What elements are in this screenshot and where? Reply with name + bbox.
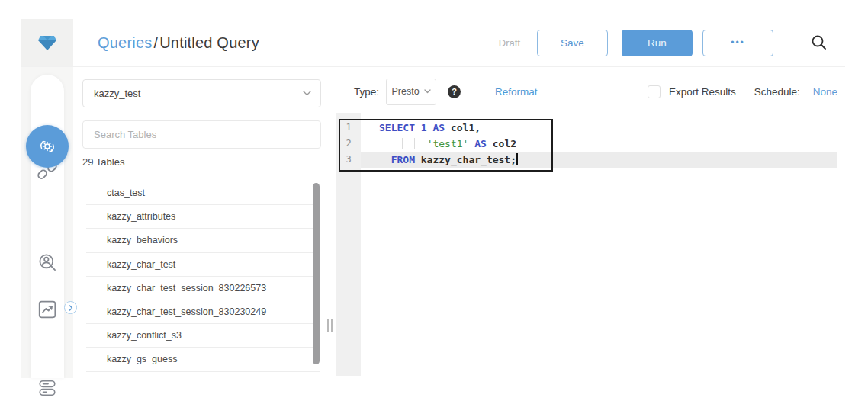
search-tables-input[interactable] [82, 120, 321, 149]
sidebar [21, 67, 73, 378]
table-list: ctas_testkazzy_attributeskazzy_behaviors… [86, 181, 320, 379]
toolbar-right: Export Results Schedule: None [648, 85, 837, 98]
page-title: Untitled Query [159, 34, 259, 52]
diamond-logo-icon [37, 34, 58, 52]
run-button[interactable]: Run [622, 30, 693, 56]
sidebar-item-data-workbench-active[interactable] [26, 125, 69, 168]
panel-resize-handle[interactable] [327, 319, 333, 332]
table-row[interactable]: kazzy_attributes [86, 205, 320, 229]
editor-right-edge [837, 109, 837, 376]
query-type-select[interactable]: Presto [386, 79, 436, 105]
breadcrumb: Queries / Untitled Query [98, 34, 259, 52]
code-lines: SELECT 1 AS col1, 'test1' AS col2 FROM k… [379, 120, 518, 168]
line-numbers: 123 [336, 113, 361, 376]
type-label: Type: [354, 86, 379, 98]
gear-sync-icon [36, 135, 59, 158]
breadcrumb-queries-link[interactable]: Queries [98, 34, 152, 52]
app-logo[interactable] [21, 19, 73, 66]
chevron-down-icon [424, 89, 431, 94]
breadcrumb-separator: / [153, 34, 158, 52]
reformat-link[interactable]: Reformat [495, 86, 538, 98]
table-row[interactable]: kazzy_char_test_session_830230249 [86, 300, 320, 324]
chart-icon [37, 300, 57, 319]
save-button[interactable]: Save [537, 30, 608, 56]
export-results-checkbox[interactable] [648, 85, 661, 98]
header: Queries / Untitled Query Draft Save Run … [21, 19, 845, 67]
database-select-value: kazzy_test [94, 88, 140, 99]
search-icon [810, 34, 828, 52]
sidebar-expand-button[interactable] [64, 301, 77, 314]
chevron-right-icon [68, 305, 74, 311]
chevron-down-icon [303, 91, 311, 96]
table-row[interactable]: kazzy_char_test [86, 253, 320, 277]
app-window: Queries / Untitled Query Draft Save Run … [0, 0, 868, 404]
toggles-icon [37, 378, 57, 398]
table-list-scrollbar[interactable] [313, 183, 320, 364]
database-select[interactable]: kazzy_test [82, 79, 321, 107]
person-search-icon [37, 252, 58, 273]
sql-editor[interactable]: SELECT 1 AS col1, 'test1' AS col2 FROM k… [361, 113, 837, 376]
query-type-value: Presto [391, 86, 419, 97]
table-row[interactable]: kazzy_behaviors [86, 229, 320, 252]
table-row[interactable]: kazzy_char_test_session_830226573 [86, 277, 320, 300]
table-row[interactable]: kazzy_conflict_s3 [86, 324, 320, 348]
table-row[interactable]: ctas_test [86, 181, 320, 205]
editor-toolbar: Type: Presto ? Reformat Export Results S… [336, 76, 837, 107]
sidebar-pill [31, 75, 64, 378]
export-results-label: Export Results [669, 86, 736, 98]
tables-count-label: 29 Tables [82, 156, 124, 168]
more-options-button[interactable]: ••• [702, 30, 773, 56]
schedule-label: Schedule: [754, 86, 800, 98]
schedule-value-link[interactable]: None [813, 86, 837, 98]
text-cursor [516, 153, 518, 165]
status-badge: Draft [499, 37, 520, 49]
export-results-toggle[interactable]: Export Results [648, 85, 736, 98]
sidebar-item-audiences[interactable] [21, 252, 73, 273]
table-row[interactable]: kazzy_gs_guess [86, 348, 320, 371]
sidebar-item-utilities[interactable] [21, 378, 73, 398]
global-search-button[interactable] [810, 34, 828, 52]
header-actions: Draft Save Run ••• [499, 30, 845, 56]
help-icon[interactable]: ? [448, 85, 461, 98]
